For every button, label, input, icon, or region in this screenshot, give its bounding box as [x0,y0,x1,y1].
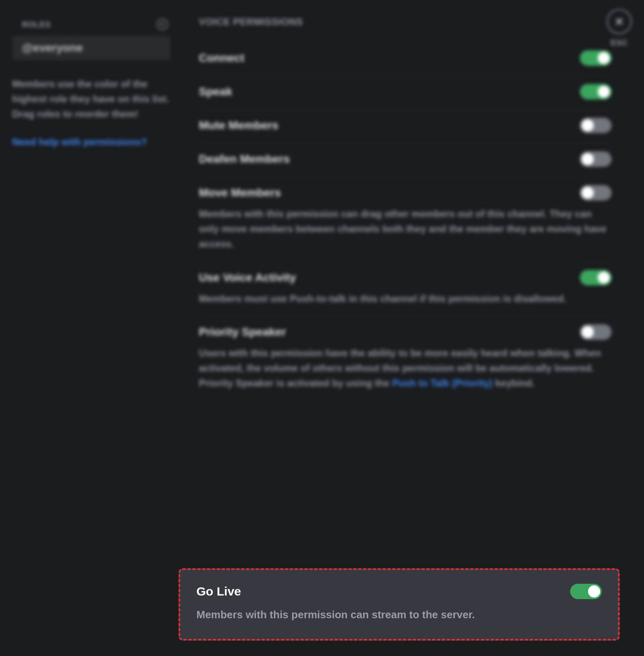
perm-move-members-title: Move Members [199,186,281,199]
perm-connect-title: Connect [199,52,244,65]
perm-mute-members: Mute Members [199,110,612,143]
perm-move-members-desc: Members with this permission can drag ot… [199,206,612,252]
roles-header-label: ROLES [22,20,51,29]
perm-use-voice-activity-desc: Members must use Push-to-talk in this ch… [199,291,612,306]
perm-deafen-members: Deafen Members [199,143,612,177]
perm-go-live-title: Go Live [196,585,241,598]
perm-deafen-members-toggle[interactable] [580,151,612,167]
perm-connect: Connect [199,42,612,76]
close-button-group: ESC [607,9,632,47]
perm-mute-members-toggle[interactable] [580,118,612,133]
voice-permissions-title: VOICE PERMISSIONS [199,16,612,28]
perm-deafen-members-title: Deafen Members [199,153,290,166]
perm-priority-speaker-desc-after: keybind. [493,378,535,388]
perm-use-voice-activity-toggle[interactable] [580,270,612,285]
perm-go-live-toggle[interactable] [570,584,602,599]
permissions-panel: VOICE PERMISSIONS Connect Speak Mute Mem… [183,8,644,656]
perm-speak-title: Speak [199,85,233,98]
perm-speak-toggle[interactable] [580,84,612,99]
perm-go-live-desc: Members with this permission can stream … [196,606,602,623]
perm-priority-speaker-toggle[interactable] [580,324,612,340]
perm-mute-members-title: Mute Members [199,119,278,132]
add-role-icon[interactable]: + [157,19,168,30]
permissions-help-link[interactable]: Need help with permissions? [12,136,170,148]
perm-priority-speaker: Priority Speaker Users with this permiss… [199,316,612,401]
close-icon [614,16,625,27]
role-everyone-label: @everyone [22,41,83,54]
role-everyone[interactable]: @everyone [12,36,170,60]
perm-speak: Speak [199,76,612,110]
esc-label: ESC [611,38,628,47]
perm-use-voice-activity-title: Use Voice Activity [199,271,296,284]
perm-move-members: Move Members Members with this permissio… [199,177,612,262]
roles-sidebar: ROLES + @everyone Members use the color … [0,8,183,656]
roles-sidebar-description: Members use the color of the highest rol… [12,76,170,122]
push-to-talk-link[interactable]: Push to Talk (Priority) [392,378,493,388]
perm-use-voice-activity: Use Voice Activity Members must use Push… [199,262,612,316]
close-button[interactable] [607,9,632,34]
perm-connect-toggle[interactable] [580,50,612,66]
perm-priority-speaker-desc: Users with this permission have the abil… [199,345,612,391]
perm-go-live-highlight: Go Live Members with this permission can… [179,568,620,641]
perm-priority-speaker-title: Priority Speaker [199,326,286,339]
perm-move-members-toggle[interactable] [580,185,612,201]
